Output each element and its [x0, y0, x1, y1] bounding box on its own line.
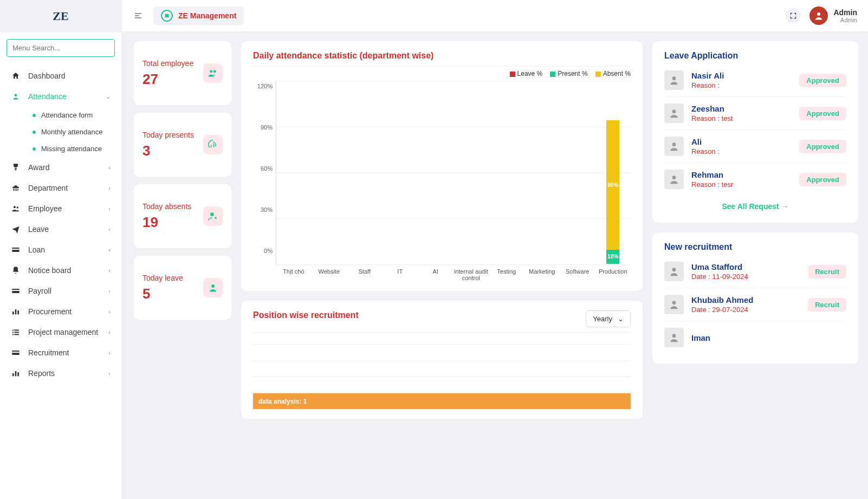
sidebar: ZE Dashboard Attendance ⌄ Attendance for…: [0, 0, 122, 499]
user-avatar-icon: [809, 7, 828, 25]
nav-project[interactable]: Project management ‹: [0, 322, 121, 342]
chevron-right-icon: ‹: [108, 185, 111, 191]
card-icon: [11, 287, 21, 295]
bar-column: [489, 81, 524, 264]
nav-attendance-sub: Attendance form Monthly attendance Missi…: [0, 107, 121, 157]
stat-value: 19: [142, 214, 191, 231]
leave-name: Nasir Ali: [691, 71, 792, 80]
nav-label: Procurement: [28, 307, 72, 316]
leave-entry: RehmanReason : tesrApproved: [664, 163, 846, 196]
bar-chart-icon: [11, 307, 21, 316]
nav-notice[interactable]: Notice board ‹: [0, 260, 121, 281]
menu-search-input[interactable]: [7, 39, 115, 57]
stats-column: Total employee 27 Today presents 3: [134, 41, 231, 320]
period-select[interactable]: Yearly ⌄: [586, 310, 631, 327]
brand-chip-label: ZE Management: [178, 11, 236, 20]
bar-column: [347, 81, 383, 264]
sidebar-toggle-button[interactable]: [133, 11, 144, 20]
attendance-chart: 120%90%60%30%0% 10%90%: [253, 81, 631, 265]
chevron-right-icon: ‹: [108, 308, 111, 315]
nav-employee[interactable]: Employee ‹: [0, 198, 121, 219]
leave-reason: Reason : tesr: [691, 180, 792, 189]
recruit-name: Uma Stafford: [691, 262, 800, 271]
nav-leave[interactable]: Leave ‹: [0, 219, 121, 239]
fullscreen-button[interactable]: [786, 8, 801, 23]
home-icon: [11, 72, 21, 80]
nav-department[interactable]: Department ‹: [0, 178, 121, 198]
chevron-down-icon: ⌄: [618, 315, 624, 323]
svg-rect-19: [15, 371, 17, 376]
svg-point-30: [672, 176, 676, 179]
recruit-button[interactable]: Recruit: [808, 298, 846, 312]
user-menu[interactable]: Admin Admin: [809, 7, 857, 25]
recruit-button[interactable]: Recruit: [808, 265, 846, 278]
nav-loan[interactable]: Loan ‹: [0, 239, 121, 260]
legend-absent: Absent %: [595, 70, 631, 77]
trophy-icon: [11, 163, 21, 172]
nav-sub-monthly-attendance[interactable]: Monthly attendance: [26, 124, 121, 140]
nav-sub-missing-attendance[interactable]: Missing attendance: [26, 140, 121, 157]
brand-chip[interactable]: ZE Management: [153, 7, 244, 25]
svg-rect-17: [12, 352, 19, 353]
stat-total-employee: Total employee 27: [134, 41, 231, 105]
leave-application-card: Leave Application Nasir AliReason :Appro…: [652, 41, 858, 223]
nav-recruitment[interactable]: Recruitment ‹: [0, 342, 121, 363]
chart-x-labels: Thịt chóWebsiteStaffITAIinternal audit c…: [253, 265, 631, 281]
brand-logo: ZE: [44, 5, 77, 27]
stat-label: Today absents: [142, 202, 191, 212]
leave-reason: Reason :: [691, 81, 792, 89]
svg-point-24: [213, 70, 216, 73]
recruit-entry: Khubaib AhmedDate : 29-07-2024Recruit: [664, 288, 846, 321]
nav-label: Dashboard: [28, 72, 66, 80]
svg-point-23: [210, 70, 212, 73]
svg-rect-7: [12, 312, 14, 314]
nav-label: Loan: [28, 245, 45, 254]
avatar-icon: [664, 70, 684, 90]
person-x-icon: [203, 206, 223, 226]
nav-payroll[interactable]: Payroll ‹: [0, 281, 121, 301]
svg-point-22: [817, 12, 820, 16]
leave-name: Rehman: [691, 170, 792, 179]
period-selected: Yearly: [593, 315, 612, 323]
see-all-requests-link[interactable]: See All Request →: [722, 202, 788, 211]
chevron-right-icon: ‹: [108, 267, 111, 274]
stat-today-leave: Today leave 5: [134, 256, 231, 320]
recruitment-chart: data analysis: 1: [253, 344, 631, 409]
bar-column: [560, 81, 595, 264]
building-circle-icon: [161, 10, 173, 22]
nav-award[interactable]: Award ‹: [0, 157, 121, 178]
user-role: Admin: [833, 17, 857, 23]
nav-label: Award: [28, 163, 49, 172]
chevron-right-icon: ‹: [108, 226, 111, 232]
status-badge: Approved: [799, 74, 846, 87]
nav-label: Leave: [28, 225, 49, 234]
bar-column: 10%90%: [595, 81, 631, 264]
stat-label: Total employee: [142, 59, 193, 69]
legend-leave: Leave %: [510, 70, 543, 77]
svg-rect-20: [17, 372, 19, 376]
status-badge: Approved: [799, 173, 846, 186]
nav-attendance[interactable]: Attendance ⌄: [0, 86, 121, 107]
avatar-icon: [664, 103, 684, 123]
svg-rect-11: [14, 329, 19, 330]
legend-present: Present %: [550, 70, 587, 77]
svg-point-29: [672, 142, 676, 146]
stat-today-presents: Today presents 3: [134, 113, 231, 177]
stat-today-absents: Today absents 19: [134, 184, 231, 248]
chart-legend: Leave % Present % Absent %: [253, 70, 631, 77]
recruit-name: Iman: [691, 333, 846, 342]
status-badge: Approved: [799, 140, 846, 153]
nav-reports[interactable]: Reports ‹: [0, 363, 121, 384]
nav-procurement[interactable]: Procurement ‹: [0, 301, 121, 322]
leave-name: Ali: [691, 137, 792, 146]
nav-label: Notice board: [28, 266, 71, 275]
plane-icon: [11, 225, 21, 234]
card-icon: [11, 348, 21, 357]
nav-label: Payroll: [28, 287, 51, 295]
svg-point-1: [14, 206, 16, 208]
nav-sub-attendance-form[interactable]: Attendance form: [26, 107, 121, 124]
chevron-right-icon: ‹: [108, 370, 111, 377]
nav-dashboard[interactable]: Dashboard: [0, 66, 121, 86]
leave-reason: Reason :: [691, 147, 792, 155]
bar-column: [276, 81, 312, 264]
